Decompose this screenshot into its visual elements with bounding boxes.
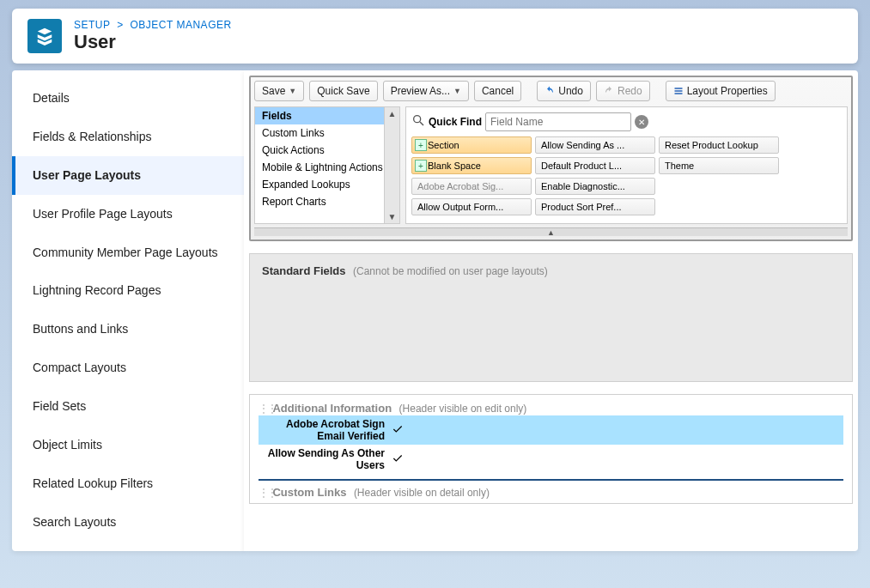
sidebar-item[interactable]: Lightning Record Pages: [12, 271, 244, 310]
palette-field-item[interactable]: Product Sort Pref...: [535, 198, 655, 215]
palette-collapse-handle[interactable]: ▲: [254, 227, 848, 236]
field-label: Allow Sending As Other Users: [259, 447, 392, 471]
redo-icon: [604, 86, 614, 96]
page-header: SETUP > OBJECT MANAGER User: [12, 9, 858, 64]
save-label: Save: [262, 85, 285, 97]
palette-category[interactable]: Expanded Lookups: [255, 176, 399, 193]
palette-field-item[interactable]: Theme: [659, 157, 779, 174]
standard-fields-section: Standard Fields (Cannot be modified on u…: [249, 253, 853, 382]
drag-handle-icon[interactable]: ⋮⋮: [259, 403, 265, 415]
scroll-down-icon[interactable]: ▼: [386, 210, 398, 223]
sidebar-item[interactable]: Fields & Relationships: [12, 118, 244, 156]
caret-up-icon: ▲: [547, 228, 555, 237]
breadcrumb-current[interactable]: OBJECT MANAGER: [131, 19, 232, 31]
preview-as-label: Preview As...: [391, 85, 450, 97]
cancel-button[interactable]: Cancel: [474, 81, 521, 101]
object-icon: [27, 19, 62, 53]
editor-toolbar: Save ▼ Quick Save Preview As... ▼ Cancel…: [254, 81, 848, 101]
additional-info-title: Additional Information: [272, 402, 392, 415]
search-icon: [411, 113, 425, 130]
standard-fields-title: Standard Fields: [262, 264, 346, 277]
palette-field-item[interactable]: Reset Product Lookup: [659, 136, 779, 154]
standard-fields-note: (Cannot be modified on user page layouts…: [353, 265, 548, 277]
save-button[interactable]: Save ▼: [254, 81, 304, 101]
quick-find-label: Quick Find: [429, 116, 482, 128]
sidebar-item[interactable]: Search Layouts: [12, 503, 244, 542]
main-panel[interactable]: Save ▼ Quick Save Preview As... ▼ Cancel…: [244, 70, 858, 551]
clear-search-icon[interactable]: ✕: [635, 115, 648, 129]
sidebar-item[interactable]: Compact Layouts: [12, 349, 244, 387]
svg-rect-1: [674, 90, 682, 92]
undo-label: Undo: [558, 85, 583, 97]
svg-rect-2: [674, 93, 682, 94]
palette-field-item[interactable]: Section: [411, 136, 532, 154]
palette-field-item[interactable]: Adobe Acrobat Sig...: [411, 178, 532, 195]
layout-properties-button[interactable]: Layout Properties: [666, 81, 776, 101]
palette-category[interactable]: Report Charts: [255, 193, 399, 210]
palette-field-item[interactable]: Blank Space: [411, 157, 532, 174]
layout-properties-label: Layout Properties: [687, 85, 768, 97]
chevron-right-icon: >: [117, 19, 124, 31]
sidebar-item[interactable]: Related Lookup Filters: [12, 464, 244, 503]
additional-info-note: (Header visible on edit only): [399, 403, 527, 415]
quick-find-input[interactable]: [485, 112, 631, 131]
redo-button[interactable]: Redo: [596, 81, 650, 101]
layout-field-row[interactable]: Allow Sending As Other Users: [259, 445, 843, 474]
properties-icon: [673, 86, 684, 96]
checkmark-icon: [392, 455, 404, 467]
breadcrumb-root[interactable]: SETUP: [74, 19, 110, 31]
svg-rect-0: [674, 88, 682, 89]
palette-field-item[interactable]: Allow Output Form...: [411, 198, 532, 215]
svg-point-3: [414, 116, 421, 123]
svg-line-4: [420, 122, 423, 125]
field-label: Adobe Acrobat Sign Email Verified: [259, 418, 392, 442]
sidebar-item[interactable]: User Profile Page Layouts: [12, 195, 244, 233]
custom-links-title: Custom Links: [272, 486, 346, 499]
quick-save-button[interactable]: Quick Save: [309, 81, 377, 101]
palette-field-item[interactable]: Allow Sending As ...: [535, 136, 655, 154]
layout-field-row[interactable]: Adobe Acrobat Sign Email Verified: [259, 415, 843, 445]
sidebar-item[interactable]: User Page Layouts: [12, 156, 244, 195]
palette-field-item[interactable]: Enable Diagnostic...: [535, 178, 655, 195]
redo-label: Redo: [618, 85, 642, 97]
sidebar-item[interactable]: Object Limits: [12, 426, 244, 464]
page-title: User: [74, 31, 232, 53]
palette-scrollbar[interactable]: ▲ ▼: [384, 107, 399, 223]
breadcrumb[interactable]: SETUP > OBJECT MANAGER: [74, 19, 232, 31]
palette-category[interactable]: Quick Actions: [255, 142, 399, 159]
palette-category[interactable]: Mobile & Lightning Actions: [255, 159, 399, 176]
undo-button[interactable]: Undo: [537, 81, 591, 101]
additional-info-section[interactable]: ⋮⋮ Additional Information (Header visibl…: [249, 394, 853, 504]
palette-category[interactable]: Fields: [255, 107, 399, 124]
undo-icon: [545, 86, 555, 96]
preview-as-button[interactable]: Preview As... ▼: [383, 81, 469, 101]
drag-handle-icon[interactable]: ⋮⋮: [259, 487, 265, 499]
checkmark-icon: [392, 426, 404, 438]
section-divider: [259, 479, 843, 481]
palette-field-item[interactable]: Default Product L...: [535, 157, 655, 174]
sidebar-item[interactable]: Field Sets: [12, 387, 244, 426]
sidebar-item[interactable]: Buttons and Links: [12, 310, 244, 349]
layout-editor: Save ▼ Quick Save Preview As... ▼ Cancel…: [249, 76, 853, 241]
sidebar-item[interactable]: Details: [12, 79, 244, 118]
palette-categories[interactable]: FieldsCustom LinksQuick ActionsMobile & …: [254, 106, 400, 224]
custom-links-note: (Header visible on detail only): [354, 487, 490, 499]
palette-category[interactable]: Custom Links: [255, 124, 399, 142]
sidebar[interactable]: DetailsFields & RelationshipsUser Page L…: [12, 70, 244, 551]
scroll-up-icon[interactable]: ▲: [386, 107, 398, 120]
palette-items: Quick Find ✕ SectionAllow Sending As ...…: [405, 106, 848, 224]
sidebar-item[interactable]: Community Member Page Layouts: [12, 233, 244, 272]
caret-down-icon: ▼: [453, 87, 461, 95]
caret-down-icon: ▼: [289, 87, 296, 95]
